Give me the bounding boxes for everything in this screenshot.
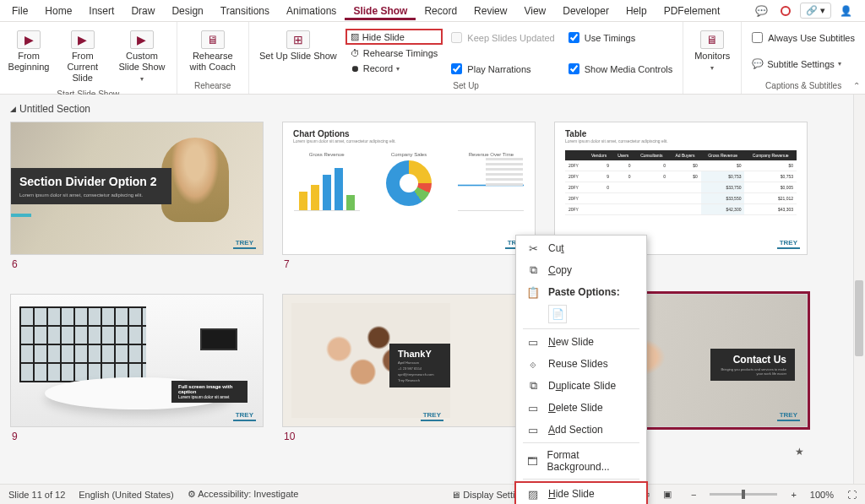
slide-10-title: ThankY (398, 349, 442, 359)
coach-icon: 🖥 (201, 30, 225, 49)
menu-file[interactable]: File (3, 2, 36, 20)
zoom-in-button[interactable]: + (791, 490, 796, 500)
ctx-add-section[interactable]: ▭Add Section (516, 419, 646, 441)
ctx-duplicate-slide[interactable]: ⧉Duplicate Slide (516, 375, 646, 397)
custom-show-icon: ▶ (130, 30, 154, 49)
menu-developer[interactable]: Developer (554, 2, 617, 20)
slide-7-subtitle: Lorem ipsum dolor sit amet, consectetur … (293, 138, 525, 144)
section-name: Untitled Section (19, 103, 90, 115)
menu-pdfelement[interactable]: PDFelement (656, 2, 729, 20)
slide-7[interactable]: Chart Options Lorem ipsum dolor sit amet… (282, 122, 536, 270)
ribbon: ▶ From Beginning ▶ From Current Slide ▶ … (0, 22, 865, 95)
section-collapse-icon: ◢ (10, 105, 16, 113)
zoom-level[interactable]: 100% (810, 490, 834, 500)
slide-10-line: april@treyresearch.com (398, 372, 442, 377)
ctx-separator (523, 479, 639, 480)
slide-number: 6 (10, 258, 264, 270)
show-media-controls-checkbox[interactable]: Show Media Controls (563, 62, 678, 76)
ctx-separator (523, 442, 639, 443)
rehearse-timings-button[interactable]: ⏱ Rehearse Timings (345, 46, 443, 60)
menu-help[interactable]: Help (617, 2, 656, 20)
slide-10-line: Trey Research (398, 378, 442, 382)
slideshow-view-button[interactable]: ▣ (657, 487, 677, 502)
ribbon-group-label: Rehearse (182, 79, 243, 92)
play-current-icon: ▶ (71, 30, 95, 49)
paste-option-button[interactable]: 📄 (548, 305, 567, 323)
new-slide-icon: ▭ (526, 335, 540, 349)
comments-icon[interactable]: 💬 (753, 3, 771, 19)
fit-window-button[interactable]: ⛶ (847, 490, 857, 500)
scrollbar-thumb[interactable] (855, 280, 863, 356)
record-button[interactable]: ⏺ Record ▾ (345, 62, 443, 75)
section-header[interactable]: ◢ Untitled Section (10, 103, 843, 115)
ctx-paste-options: 📄 (516, 303, 646, 327)
ctx-delete-slide[interactable]: ▭Delete Slide (516, 397, 646, 419)
ribbon-group-label: Captions & Subtitles (747, 79, 860, 92)
zoom-out-button[interactable]: − (691, 490, 696, 500)
menu-animations[interactable]: Animations (278, 2, 345, 20)
language-status[interactable]: English (United States) (79, 490, 174, 500)
ctx-cut[interactable]: ✂Cut (516, 237, 646, 259)
chart-1-title: Gross Revenue (294, 152, 360, 157)
menu-draw[interactable]: Draw (122, 2, 163, 20)
share-button[interactable]: 🔗 ▾ (800, 3, 831, 19)
custom-slideshow-button[interactable]: ▶ Custom Slide Show ▾ (112, 27, 171, 88)
accessibility-status[interactable]: ⚙ Accessibility: Investigate (188, 489, 299, 500)
setup-slideshow-button[interactable]: ⊞ Set Up Slide Show (254, 27, 342, 65)
menu-insert[interactable]: Insert (80, 2, 122, 20)
slide-number: 10 (282, 431, 536, 442)
menu-transitions[interactable]: Transitions (212, 2, 278, 20)
hide-slide-button[interactable]: ▨ Hide Slide (345, 29, 443, 45)
ctx-new-slide[interactable]: ▭New Slide (516, 331, 646, 353)
slide-number: 7 (282, 258, 536, 270)
slide-10[interactable]: ThankY April Hansson +1 23 987 6554 apri… (282, 294, 536, 442)
context-menu: ✂Cut ⧉Copy 📋Paste Options: 📄 ▭New Slide … (515, 235, 647, 504)
slide-sorter-view: ◢ Untitled Section Section Divider Optio… (0, 95, 853, 484)
from-beginning-button[interactable]: ▶ From Beginning (5, 27, 52, 76)
duplicate-icon: ⧉ (526, 379, 540, 393)
setup-icon: ⊞ (286, 30, 310, 49)
zoom-slider[interactable] (710, 493, 777, 496)
slide-6[interactable]: Section Divider Option 2 Lorem ipsum dol… (10, 122, 264, 270)
account-icon[interactable]: 👤 (836, 3, 855, 19)
clipboard-icon: 📋 (526, 285, 540, 299)
ctx-copy[interactable]: ⧉Copy (516, 259, 646, 281)
menu-review[interactable]: Review (465, 2, 515, 20)
always-subtitles-checkbox[interactable]: Always Use Subtitles (747, 30, 860, 45)
from-current-slide-button[interactable]: ▶ From Current Slide (56, 27, 109, 88)
brand-tag: TREY (777, 410, 800, 421)
brand-tag: TREY (777, 238, 800, 249)
slide-11-title: Contact Us (719, 354, 786, 366)
hide-icon: ▨ (526, 487, 540, 501)
brand-tag: TREY (233, 238, 256, 249)
menu-home[interactable]: Home (36, 2, 80, 20)
slide-10-line: +1 23 987 6554 (398, 366, 442, 371)
monitors-button[interactable]: 🖥 Monitors▾ (688, 27, 736, 76)
menu-design[interactable]: Design (163, 2, 211, 20)
slide-9[interactable]: Full screen image with caption Lorem ips… (10, 294, 264, 442)
ribbon-group-label: Set Up (254, 79, 677, 92)
copy-icon: ⧉ (526, 263, 540, 277)
reuse-icon: ⟐ (526, 357, 540, 371)
record-icon[interactable] (776, 3, 795, 19)
rehearse-coach-button[interactable]: 🖥 Rehearse with Coach (182, 27, 243, 76)
vertical-scrollbar[interactable] (853, 95, 865, 484)
ctx-hide-slide[interactable]: ▨Hide Slide (514, 481, 648, 504)
menu-view[interactable]: View (515, 2, 554, 20)
ctx-reuse-slides[interactable]: ⟐Reuse Slides (516, 353, 646, 375)
statusbar: Slide 11 of 12 English (United States) ⚙… (0, 484, 865, 504)
menu-record[interactable]: Record (416, 2, 465, 20)
use-timings-checkbox[interactable]: Use Timings (563, 30, 678, 45)
menu-slideshow[interactable]: Slide Show (345, 2, 416, 20)
play-narrations-checkbox[interactable]: Play Narrations (446, 62, 559, 76)
ribbon-group-rehearse: 🖥 Rehearse with Coach Rehearse (177, 22, 249, 94)
ctx-format-background[interactable]: 🗔Format Background... (516, 445, 646, 477)
brand-tag: TREY (421, 410, 443, 421)
ribbon-collapse-button[interactable]: ⌃ (853, 81, 860, 90)
scissors-icon: ✂ (526, 241, 540, 255)
slide-8-title: Table (565, 129, 797, 138)
subtitle-settings-button[interactable]: 💬 Subtitle Settings ▾ (747, 57, 860, 71)
keep-slides-updated-checkbox[interactable]: Keep Slides Updated (446, 30, 559, 45)
ribbon-group-setup: ⊞ Set Up Slide Show ▨ Hide Slide ⏱ Rehea… (249, 22, 683, 94)
slide-11-sub: Bringing you products and services to ma… (719, 367, 786, 376)
